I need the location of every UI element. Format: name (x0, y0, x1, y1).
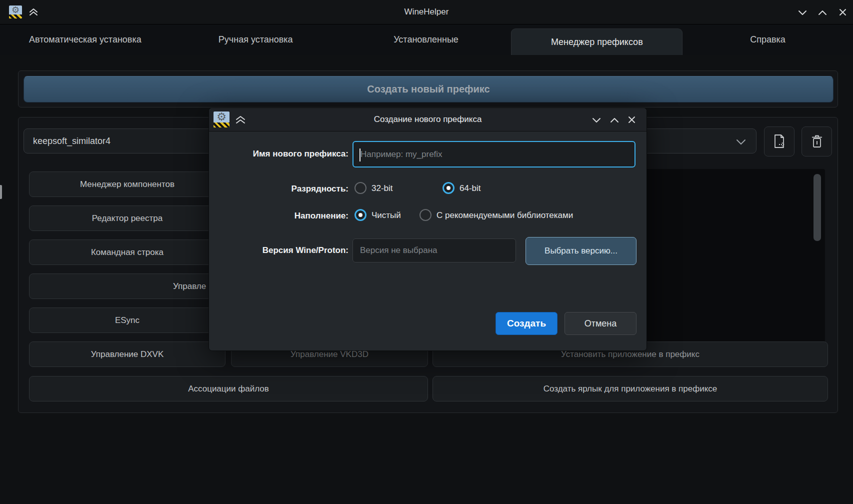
create-new-prefix-button[interactable]: Создать новый префикс (24, 76, 834, 102)
dialog-create-button[interactable]: Создать (496, 312, 558, 335)
trash-icon (810, 134, 824, 149)
screen-edge-artifact (0, 185, 2, 199)
component-manager-button[interactable]: Менеджер компонентов (29, 172, 226, 197)
tab-manual-install[interactable]: Ручная установка (170, 24, 341, 55)
dialog-titlebar: ⚙ Создание нового префикса (209, 108, 646, 132)
prefix-name-label: Имя нового префикса: (210, 149, 348, 159)
dialog-close-icon[interactable] (626, 115, 638, 124)
radio-clean-label[interactable]: Чистый (372, 210, 401, 220)
version-label: Версия Wine/Proton: (210, 246, 348, 256)
radio-64bit-label[interactable]: 64-bit (460, 184, 481, 194)
dialog-cancel-button[interactable]: Отмена (564, 312, 636, 335)
radio-64bit[interactable] (442, 182, 454, 194)
tab-bar: Автоматическая установка Ручная установк… (0, 24, 853, 55)
command-line-button[interactable]: Командная строка (29, 240, 226, 265)
main-titlebar: ⚙ WineHelper (0, 0, 853, 24)
minimize-icon[interactable] (796, 8, 808, 16)
dialog-maximize-icon[interactable] (608, 116, 620, 124)
prefix-name-input[interactable] (354, 142, 634, 166)
prefix-select-value: keepsoft_similator4 (33, 136, 110, 146)
fill-label: Наполнение: (210, 211, 348, 221)
radio-recommended[interactable] (420, 209, 432, 221)
export-prefix-button[interactable] (764, 126, 794, 156)
arch-label: Разрядность: (210, 184, 348, 194)
tab-auto-install[interactable]: Автоматическая установка (0, 24, 170, 55)
text-caret (360, 148, 360, 162)
chevron-down-icon (736, 138, 746, 148)
document-export-icon (772, 134, 787, 150)
tab-help[interactable]: Справка (682, 24, 853, 55)
window-title: WineHelper (0, 0, 853, 24)
tab-prefix-manager[interactable]: Менеджер префиксов (511, 28, 682, 55)
create-shortcut-button[interactable]: Создать ярлык для приложения в префиксе (432, 376, 828, 402)
choose-version-button[interactable]: Выбрать версию... (526, 237, 636, 265)
create-prefix-dialog: ⚙ Создание нового префикса Имя нового пр… (208, 108, 647, 351)
maximize-icon[interactable] (816, 8, 828, 16)
delete-prefix-button[interactable] (802, 126, 832, 156)
file-associations-button[interactable]: Ассоциации файлов (29, 376, 428, 402)
tab-installed[interactable]: Установленные (341, 24, 512, 55)
dialog-minimize-icon[interactable] (590, 116, 602, 124)
version-input-wrap (352, 238, 516, 262)
registry-editor-button[interactable]: Редактор реестра (29, 206, 226, 231)
close-icon[interactable] (836, 8, 848, 16)
version-input[interactable] (353, 239, 516, 262)
esync-button[interactable]: ESync (29, 308, 226, 333)
dxvk-button[interactable]: Управление DXVK (29, 342, 226, 367)
radio-32bit-label[interactable]: 32-bit (372, 184, 393, 194)
scrollbar-thumb[interactable] (814, 174, 821, 241)
radio-clean[interactable] (354, 209, 366, 221)
radio-recommended-label[interactable]: С рекомендуемыми библиотеками (436, 210, 573, 220)
radio-32bit[interactable] (354, 182, 366, 194)
winehelper-window: ⚙ WineHelper Автоматическая установка Ру… (0, 0, 853, 504)
prefix-name-input-wrap (352, 141, 636, 168)
dialog-title: Создание нового префикса (209, 108, 646, 131)
